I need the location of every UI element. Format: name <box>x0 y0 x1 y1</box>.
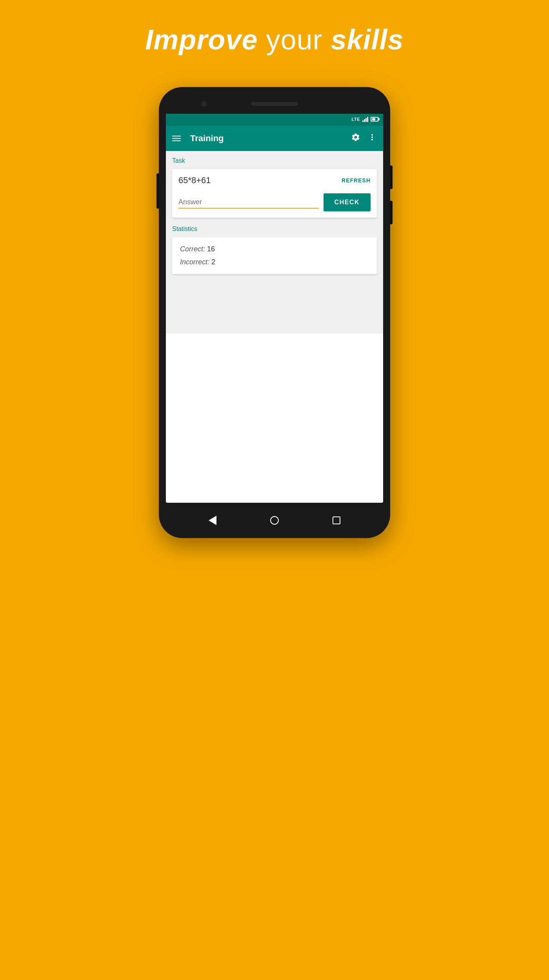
task-section-label: Task <box>172 157 377 164</box>
answer-row: CHECK <box>178 193 371 211</box>
check-button[interactable]: CHECK <box>324 193 371 211</box>
signal-icon <box>362 116 368 122</box>
answer-input[interactable] <box>178 196 319 208</box>
battery-icon <box>371 117 378 122</box>
side-button-left <box>156 173 159 209</box>
main-content: Task 65*8+61 REFRESH CHECK Statistics <box>166 151 383 333</box>
overview-button[interactable] <box>333 516 340 524</box>
empty-area <box>166 333 383 503</box>
headline-improve: Improve <box>145 24 258 55</box>
back-icon <box>209 516 216 525</box>
toolbar-icons <box>351 133 377 144</box>
overview-icon <box>333 516 340 524</box>
task-card: 65*8+61 REFRESH CHECK <box>172 169 377 218</box>
statistics-section-label: Statistics <box>172 225 377 233</box>
incorrect-label: Incorrect: <box>180 258 209 266</box>
speaker <box>251 102 298 106</box>
correct-value-num: 16 <box>207 245 215 253</box>
toolbar-title: Training <box>190 133 345 144</box>
home-icon <box>270 516 279 525</box>
headline-skills: skills <box>331 24 404 55</box>
incorrect-value-num: 2 <box>211 258 215 266</box>
incorrect-row: Incorrect: 2 <box>180 258 369 266</box>
headline-your: your <box>266 24 322 55</box>
status-bar: LTE <box>166 113 383 126</box>
camera <box>201 101 207 107</box>
task-expression: 65*8+61 <box>178 175 211 185</box>
back-button[interactable] <box>209 516 216 525</box>
toolbar: Training <box>166 126 383 151</box>
lte-label: LTE <box>352 117 360 122</box>
headline: Improve your skills <box>145 24 404 56</box>
statistics-card: Correct: 16 Incorrect: 2 <box>172 237 377 274</box>
home-button[interactable] <box>270 516 279 525</box>
phone-screen: LTE Training <box>166 113 383 503</box>
menu-icon[interactable] <box>172 136 181 141</box>
nav-bar <box>166 503 383 538</box>
correct-label: Correct: <box>180 245 205 253</box>
correct-row: Correct: 16 <box>180 245 369 253</box>
more-options-icon[interactable] <box>367 133 377 144</box>
settings-icon[interactable] <box>351 133 360 144</box>
side-button-right-1 <box>390 165 393 189</box>
task-row: 65*8+61 REFRESH <box>178 175 371 185</box>
phone-top <box>166 94 383 114</box>
side-button-right-2 <box>390 201 393 224</box>
answer-input-wrapper <box>178 196 319 209</box>
phone-frame: LTE Training <box>159 87 390 538</box>
refresh-button[interactable]: REFRESH <box>342 177 371 184</box>
